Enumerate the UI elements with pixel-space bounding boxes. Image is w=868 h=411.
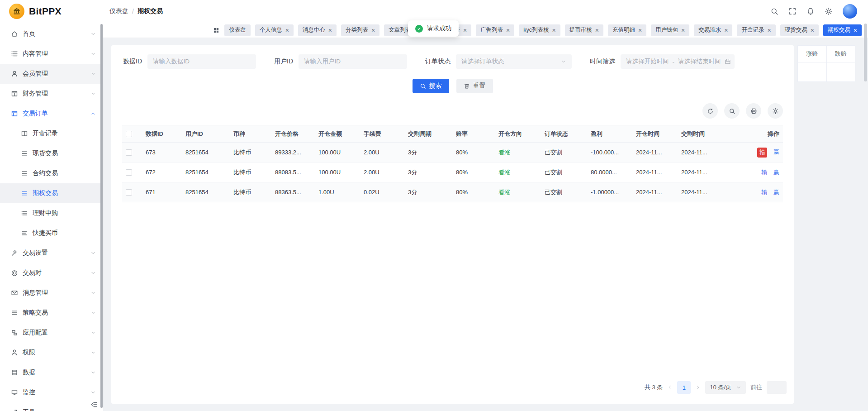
menu-collapse-icon[interactable]: [90, 401, 98, 408]
sidebar-item-label: 策略交易: [23, 309, 48, 317]
close-icon[interactable]: ×: [506, 27, 510, 33]
close-icon[interactable]: ×: [371, 27, 375, 33]
win-action[interactable]: 赢: [773, 148, 779, 155]
cell-settle-time: 2024-11...: [678, 182, 750, 202]
cell-odds: 80%: [452, 162, 495, 182]
close-icon[interactable]: ×: [854, 27, 857, 33]
row-checkbox[interactable]: [126, 169, 132, 176]
sidebar-item-icon: [11, 409, 18, 411]
breadcrumb-item[interactable]: 仪表盘: [109, 7, 128, 15]
search-icon[interactable]: [724, 103, 740, 119]
sidebar-item[interactable]: 数据: [0, 363, 103, 382]
view-tab[interactable]: 分类列表 ×: [341, 24, 379, 36]
sidebar-item[interactable]: 策略交易: [0, 303, 103, 323]
user-id-input[interactable]: 请输入用户ID: [299, 54, 407, 69]
view-tab[interactable]: 消息中心 ×: [298, 24, 337, 36]
brand-area[interactable]: BitPPX: [0, 4, 103, 19]
view-tab[interactable]: 交易流水 ×: [694, 24, 732, 36]
window-scrollbar-thumb[interactable]: [864, 24, 867, 81]
sidebar-item[interactable]: 首页: [0, 24, 103, 44]
success-toast: 请求成功: [408, 20, 459, 37]
sidebar-item[interactable]: 工具: [0, 402, 103, 411]
sidebar-item[interactable]: 交易订单: [0, 104, 103, 124]
close-icon[interactable]: ×: [638, 27, 642, 33]
search-button[interactable]: 搜索: [413, 79, 449, 93]
printer-icon[interactable]: [746, 103, 761, 119]
bell-icon[interactable]: [806, 7, 815, 15]
sidebar-item[interactable]: 监控: [0, 382, 103, 402]
chevron-down-icon: [90, 370, 96, 375]
odds-up-cell[interactable]: [798, 62, 826, 81]
sidebar-item[interactable]: 理财申购: [0, 203, 103, 223]
close-icon[interactable]: ×: [285, 27, 289, 33]
close-icon[interactable]: ×: [328, 27, 332, 33]
lose-action[interactable]: 输: [761, 169, 767, 176]
sidebar-item[interactable]: 开盒记录: [0, 124, 103, 143]
sidebar-item-icon: [11, 269, 18, 277]
tab-options-grid-icon[interactable]: [213, 27, 220, 34]
view-tab[interactable]: 开盒记录 ×: [737, 24, 775, 36]
close-icon[interactable]: ×: [811, 27, 814, 33]
cell-user-id: 8251654: [182, 162, 230, 182]
close-icon[interactable]: ×: [552, 27, 556, 33]
win-action[interactable]: 赢: [773, 169, 779, 176]
order-status-select[interactable]: 请选择订单状态: [456, 54, 572, 69]
chevron-down-icon: [90, 31, 96, 37]
sidebar-item-icon: [11, 369, 18, 376]
fullscreen-icon[interactable]: [788, 7, 797, 15]
data-id-input[interactable]: 请输入数据ID: [147, 54, 256, 69]
view-tab[interactable]: 广告列表 ×: [476, 24, 514, 36]
reset-button[interactable]: 重置: [456, 79, 493, 93]
sidebar-scrollbar[interactable]: [100, 24, 103, 408]
avatar[interactable]: [843, 4, 857, 19]
refresh-icon[interactable]: [702, 103, 718, 119]
table-row: 673 8251654 比特币 89333.2... 100.00U 2.00U…: [122, 143, 783, 162]
close-icon[interactable]: ×: [681, 27, 685, 33]
odds-down-cell[interactable]: [826, 62, 855, 81]
close-icon[interactable]: ×: [767, 27, 771, 33]
sidebar-item[interactable]: 内容管理: [0, 44, 103, 64]
sidebar-item[interactable]: 财务管理: [0, 84, 103, 104]
view-tab[interactable]: 现货交易 ×: [780, 24, 819, 36]
view-tab[interactable]: 仪表盘 ×: [224, 24, 251, 36]
view-tab[interactable]: kyc列表核 ×: [519, 24, 560, 36]
view-tab-label: 消息中心: [303, 26, 325, 34]
win-action[interactable]: 赢: [773, 189, 779, 196]
gear-icon[interactable]: [768, 103, 783, 119]
sidebar-item[interactable]: 会员管理: [0, 64, 103, 84]
select-all-checkbox[interactable]: [126, 131, 132, 137]
gear-icon[interactable]: [825, 7, 833, 15]
odds-table: 涨赔 跌赔: [797, 45, 855, 82]
view-tab[interactable]: 提币审核 ×: [565, 24, 603, 36]
sidebar-item[interactable]: 期权交易: [0, 183, 103, 203]
sidebar-item[interactable]: 交易对: [0, 263, 103, 283]
sidebar-item[interactable]: 消息管理: [0, 283, 103, 303]
view-tab[interactable]: 期权交易 ×: [823, 24, 862, 36]
next-page-icon[interactable]: [695, 385, 701, 390]
close-icon[interactable]: ×: [463, 27, 467, 33]
close-icon[interactable]: ×: [724, 27, 728, 33]
page-number[interactable]: 1: [677, 381, 691, 394]
view-tab[interactable]: 用户钱包 ×: [651, 24, 689, 36]
search-icon[interactable]: [770, 7, 778, 15]
time-range-picker[interactable]: 请选择开始时间 - 请选择结束时间: [621, 54, 735, 69]
sidebar-item[interactable]: 权限: [0, 343, 103, 363]
goto-page-input[interactable]: [767, 381, 787, 394]
col-header: 赔率: [452, 125, 495, 143]
sidebar-item[interactable]: 合约交易: [0, 163, 103, 183]
page-size-select[interactable]: 10 条/页: [705, 381, 746, 394]
close-icon[interactable]: ×: [595, 27, 599, 33]
sidebar-item[interactable]: 现货交易: [0, 143, 103, 163]
sidebar-item-label: 期权交易: [33, 189, 58, 197]
view-tab[interactable]: 个人信息 ×: [255, 24, 294, 36]
lose-action[interactable]: 输: [757, 148, 767, 158]
prev-page-icon[interactable]: [667, 385, 673, 390]
sidebar-item[interactable]: 交易设置: [0, 243, 103, 263]
sidebar-item[interactable]: 快捷买币: [0, 223, 103, 243]
row-checkbox[interactable]: [126, 189, 132, 196]
view-tab[interactable]: 充值明细 ×: [608, 24, 646, 36]
pagination: 共 3 条 1 10 条/页 前往: [111, 381, 794, 404]
lose-action[interactable]: 输: [761, 189, 767, 196]
row-checkbox[interactable]: [126, 149, 132, 156]
sidebar-item[interactable]: 应用配置: [0, 323, 103, 343]
